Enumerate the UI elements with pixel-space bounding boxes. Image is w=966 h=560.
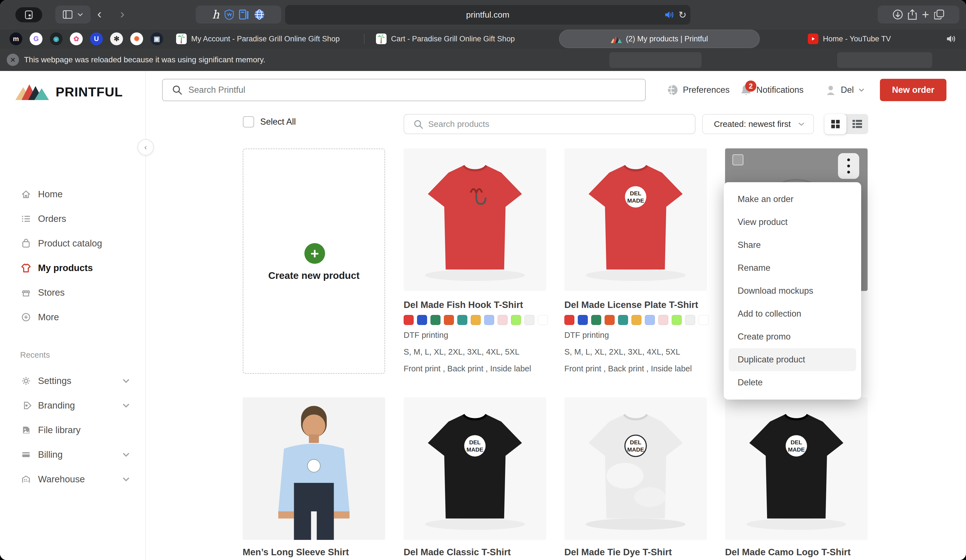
color-swatch[interactable] [564,315,574,325]
sort-dropdown[interactable]: Created: newest first [702,114,814,134]
grid-view-button[interactable] [825,114,846,134]
notice-close-icon[interactable]: × [7,54,19,66]
printful-logo[interactable]: PRINTFUL [15,83,123,100]
screenshot-root: ‹ › h printful.com ↻ + m G [0,0,966,560]
color-swatch[interactable] [417,315,427,325]
sidebar-item-branding[interactable]: Branding [0,393,145,418]
notifications-button[interactable]: 2 Notifications [740,79,803,101]
sidebar-item-settings[interactable]: Settings [0,369,145,393]
product-title[interactable]: Del Made Fish Hook T-Shirt [404,300,523,310]
sidebar-collapse-button[interactable]: ‹ [138,139,154,155]
color-swatch[interactable] [498,315,508,325]
list-view-button[interactable] [846,114,868,134]
sidebar-item-billing[interactable]: Billing [0,442,145,467]
audio-speaker-icon[interactable] [665,11,674,19]
tab-youtube-tv[interactable]: Home - YouTube TV [808,30,891,48]
pinned-tab-4[interactable]: ✿ [70,33,83,45]
color-swatch[interactable] [672,315,682,325]
sidebar-toggle-button[interactable] [55,6,90,23]
product-image-camo-logo[interactable]: DELMADE [725,397,867,540]
color-swatch[interactable] [645,315,655,325]
pinned-tab-6[interactable]: ✻ [110,33,123,45]
product-image-tie-dye[interactable]: DELMADE [564,397,707,540]
sidebar-item-stores[interactable]: Stores [0,280,145,305]
sidebar-item-product-catalog[interactable]: Product catalog [0,231,145,256]
pinned-tab-2[interactable]: G [30,33,43,45]
tab-overview-icon[interactable] [934,10,944,20]
tab-audio-icon[interactable] [946,34,956,43]
user-menu[interactable]: Del [825,79,864,101]
color-swatch[interactable] [484,315,494,325]
color-swatch[interactable] [511,315,521,325]
tab-cart[interactable]: Cart - Paradise Grill Online Gift Shop [376,30,515,48]
color-swatch[interactable] [524,315,534,325]
color-swatch[interactable] [430,315,440,325]
color-swatch[interactable] [404,315,414,325]
tab-strip: m G ◉ ✿ U ✻ ✺ ▣ My Account - Paradise Gr… [0,30,966,48]
product-title[interactable]: Del Made License Plate T-Shirt [564,300,698,310]
pinned-tab-5[interactable]: U [90,33,103,45]
pinned-tab-1[interactable]: m [10,33,22,45]
menu-item-delete[interactable]: Delete [724,371,861,394]
product-image-fish-hook[interactable] [404,148,546,291]
sidebar-item-file-library[interactable]: File library [0,418,145,442]
pinned-tab-7[interactable]: ✺ [130,33,143,45]
color-swatch[interactable] [658,315,668,325]
color-swatch[interactable] [444,315,454,325]
profile-tab-button[interactable] [15,7,42,22]
search-input[interactable] [162,79,646,101]
color-swatch[interactable] [605,315,614,325]
product-title[interactable]: Men’s Long Sleeve Shirt [243,547,349,557]
color-swatch[interactable] [538,315,548,325]
url-bar[interactable]: printful.com ↻ [285,5,690,25]
pinned-tab-8[interactable]: ▣ [150,33,163,45]
sidebar-item-warehouse[interactable]: Warehouse [0,467,145,491]
downloads-icon[interactable] [893,10,903,20]
reload-icon[interactable]: ↻ [678,9,687,20]
new-order-button[interactable]: New order [880,79,946,101]
color-swatch[interactable] [471,315,481,325]
create-new-product-card[interactable]: + Create new product [243,148,385,374]
tab-my-account[interactable]: My Account - Paradise Grill Online Gift … [176,30,340,48]
new-tab-icon[interactable]: + [922,8,929,21]
forward-button[interactable]: › [120,6,124,21]
preferences-button[interactable]: Preferences [667,79,729,101]
product-title[interactable]: Del Made Classic T-Shirt [404,547,511,557]
shield-extension-icon[interactable] [225,9,234,20]
menu-item-create-promo[interactable]: Create promo [724,325,861,348]
product-title[interactable]: Del Made Tie Dye T-Shirt [564,547,672,557]
menu-item-view-product[interactable]: View product [724,211,861,233]
menu-item-download-mockups[interactable]: Download mockups [724,279,861,302]
menu-item-duplicate-product[interactable]: Duplicate product [729,348,856,371]
menu-item-make-an-order[interactable]: Make an order [724,188,861,211]
color-swatch[interactable] [591,315,601,325]
grid-extension-icon[interactable] [239,10,249,20]
menu-item-share[interactable]: Share [724,233,861,256]
sidebar-item-more[interactable]: More [0,305,145,330]
search-products-input[interactable] [404,114,695,134]
color-swatch[interactable] [457,315,467,325]
product-image-license-plate[interactable]: DELMADE [564,148,707,291]
back-button[interactable]: ‹ [97,6,102,21]
color-swatch[interactable] [618,315,628,325]
product-title[interactable]: Del Made Camo Logo T-Shirt [725,547,851,557]
sidebar-item-orders[interactable]: Orders [0,207,145,231]
pinned-tab-3[interactable]: ◉ [50,33,62,45]
kebab-menu-button[interactable] [838,153,859,179]
share-icon[interactable] [908,9,917,20]
color-swatch[interactable] [685,315,695,325]
color-swatch[interactable] [698,315,708,325]
menu-item-rename[interactable]: Rename [724,256,861,279]
globe-extension-icon[interactable] [254,9,265,20]
color-swatch[interactable] [578,315,588,325]
honey-extension-icon[interactable]: h [212,8,219,21]
product-image-long-sleeve[interactable] [243,397,385,540]
color-swatch[interactable] [631,315,641,325]
sidebar-item-my-products[interactable]: My products [0,256,145,280]
product-checkbox[interactable] [732,154,744,166]
select-all-checkbox[interactable] [243,116,254,127]
menu-item-add-to-collection[interactable]: Add to collection [724,302,861,325]
tab-my-products-active[interactable]: (2) My products | Printful [559,30,760,48]
product-image-classic-tee[interactable]: DELMADE [404,397,546,540]
sidebar-item-home[interactable]: Home [0,182,145,207]
